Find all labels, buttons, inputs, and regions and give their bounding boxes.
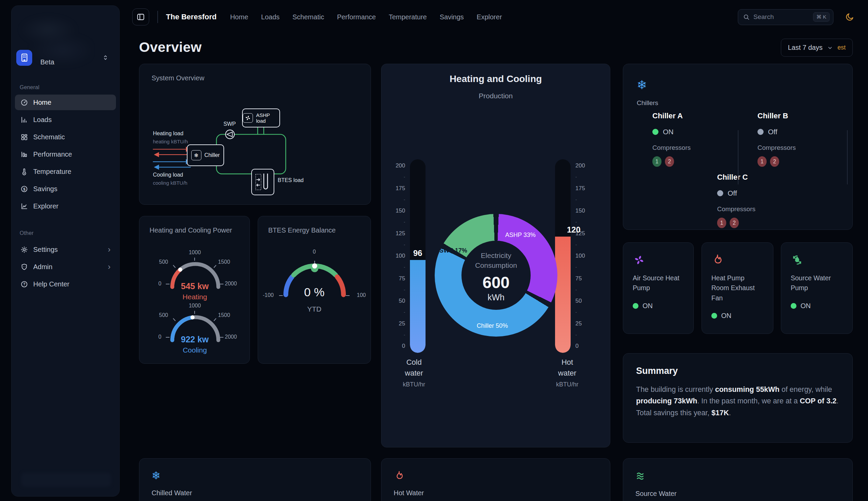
status-dot (652, 129, 658, 135)
date-range-value: Last 7 days (788, 44, 823, 52)
topnav-link[interactable]: Loads (261, 13, 280, 21)
donut-unit: kWh (435, 292, 558, 302)
sidebar-item-icon (20, 246, 28, 254)
topbar: The Beresford HomeLoadsSchematicPerforma… (132, 8, 855, 26)
search-input[interactable] (753, 13, 813, 21)
sidebar-item-icon (20, 185, 28, 193)
system-overview-card: System Overview Heating load heating kBT… (139, 64, 371, 205)
tick-label: - (575, 220, 577, 224)
cooling-value: 922 kw (139, 334, 250, 344)
sidebar-section-label: Other (20, 230, 34, 236)
chiller-node[interactable]: ❄ Chiller (187, 145, 224, 166)
hot-value: 120 (566, 225, 582, 235)
sidebar-item[interactable]: Savings (15, 181, 116, 196)
chilled-water-card[interactable]: ❄ Chilled Water (139, 458, 371, 501)
hot-ticks: 200-175-150-125-100-75-50-25-0 (575, 159, 592, 353)
status-dot (711, 313, 717, 319)
summary-f: consuming 55kWh (715, 385, 780, 394)
source-water-pump-card[interactable]: Source Water Pump ON (781, 242, 853, 334)
search-box[interactable]: ⌘ K (738, 9, 834, 25)
cold-water-thermometer: 200-175-150-125-100-75-50-25-0 96 Cold w… (389, 159, 436, 389)
workspace-switcher[interactable]: Beta (16, 46, 115, 69)
date-range-select[interactable]: Last 7 days est (781, 39, 853, 57)
card-title: Heating and Cooling Power (149, 226, 232, 234)
topnav-link[interactable]: Temperature (389, 13, 426, 21)
sidebar-item[interactable]: Loads (15, 112, 116, 127)
fan-icon (243, 113, 253, 123)
tick-label: 200 (396, 163, 405, 169)
tick-label: 100 (575, 253, 585, 259)
page-title: Overview (139, 39, 202, 55)
cold-name: Cold water kBTU/hr (384, 357, 426, 389)
cooling-load-unit: cooling kBTU/h (153, 180, 188, 186)
compressor-badge: 2 (770, 156, 779, 167)
topnav-link[interactable]: Savings (440, 13, 464, 21)
chiller-b: Chiller B Off Compressors 1 2 (758, 111, 796, 167)
tick-label: 200 (575, 163, 585, 169)
electricity-donut: ASHP 33% SWP 17% Chiller 50% Electricity… (435, 214, 558, 337)
snowflake-icon: ❄ (191, 150, 201, 160)
sidebar-item-label: Home (33, 99, 51, 106)
hot-water-card[interactable]: Hot Water (381, 458, 610, 501)
topnav-link[interactable]: Schematic (293, 13, 324, 21)
cooling-load-label: Cooling load (153, 172, 183, 178)
summary-text: The building is currently consuming 55kW… (636, 384, 839, 419)
tick-label: - (404, 265, 405, 269)
chiller-a-status: ON (652, 128, 691, 136)
topnav-link[interactable]: Explorer (477, 13, 502, 21)
summary-f: of energy, while (780, 385, 832, 394)
topnav-link[interactable]: Performance (337, 13, 376, 21)
topnav-link[interactable]: Home (230, 13, 248, 21)
sidebar-item-label: Loads (33, 116, 52, 124)
tick-label: - (404, 332, 405, 337)
tick-label: - (575, 197, 577, 202)
exhaust-fan-device-card[interactable]: Heat Pump Room Exhaust Fan ON (701, 242, 773, 334)
status-dot (633, 303, 638, 309)
sidebar-nav-other: Settings › Admin › Help Center (15, 242, 116, 294)
sidebar-item-label: Admin (33, 263, 53, 271)
sidebar-item[interactable]: Schematic (15, 129, 116, 145)
sidebar-item-label: Settings (33, 246, 57, 254)
dark-mode-toggle[interactable] (845, 12, 855, 22)
source-water-card[interactable]: Source Water (623, 458, 853, 501)
sidebar-item[interactable]: Help Center (15, 276, 116, 292)
divider (157, 11, 158, 23)
tick-label: 50 (575, 298, 582, 304)
tick-label: - (404, 220, 405, 224)
donut-center: ElectricityConsumption 600 kWh (435, 250, 558, 302)
compressor-badges: 1 2 (717, 217, 755, 228)
cold-unit: kBTU/hr (402, 380, 426, 389)
sidebar-toggle-button[interactable] (132, 9, 149, 25)
chiller-c-status: Off (717, 189, 755, 197)
ashp-device-card[interactable]: Air Source Heat Pump ON (623, 242, 694, 334)
compressor-badge: 2 (730, 217, 739, 228)
btes-load-node[interactable] (251, 169, 274, 195)
sidebar-item[interactable]: Admin › (15, 259, 116, 275)
card-subtitle: Production (381, 92, 610, 100)
tick-label: 25 (399, 321, 405, 327)
heating-cooling-card: Heating and Cooling Production 200-175-1… (381, 64, 610, 447)
tick-label: - (404, 287, 405, 292)
compressor-badges: 1 2 (758, 156, 796, 167)
donut-value: 600 (435, 273, 558, 292)
summary-f: $17K (711, 409, 729, 417)
tick-label: - (575, 287, 577, 292)
chiller-c: Chiller C Off Compressors 1 2 (717, 173, 755, 228)
sidebar-item[interactable]: Explorer (15, 198, 116, 214)
sidebar-item[interactable]: Temperature (15, 164, 116, 179)
tick-label: 175 (396, 185, 405, 191)
sidebar-item[interactable]: Settings › (15, 242, 116, 257)
sidebar-item[interactable]: Performance (15, 147, 116, 162)
summary-f: . (729, 409, 731, 417)
sidebar-item-icon (20, 280, 28, 288)
tick-label: - (575, 242, 577, 247)
chevron-updown-icon[interactable] (102, 54, 109, 61)
sidebar-item[interactable]: Home (15, 95, 116, 110)
timezone-label: est (837, 44, 846, 51)
swp-label: SWP (223, 121, 236, 127)
compressor-badge: 1 (652, 156, 661, 167)
flame-icon (394, 470, 598, 481)
tick-label: 75 (399, 276, 405, 281)
ashp-load-node[interactable]: ASHP load (242, 108, 280, 127)
building-icon (16, 50, 32, 66)
